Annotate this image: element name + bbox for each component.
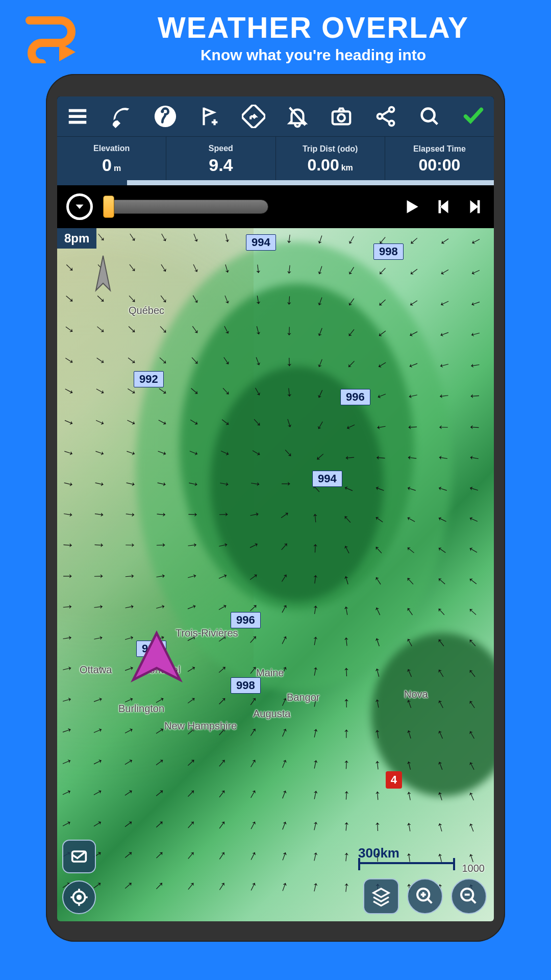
isobar-label: 998 [231,677,261,694]
slider-thumb[interactable] [103,195,114,218]
stat-label: Trip Dist (odo) [303,144,358,154]
camera-icon[interactable] [328,103,355,130]
isobar-label: 998 [373,243,404,260]
wind-arrow-icon: ↑ [467,356,481,370]
stat-speed[interactable]: Speed 9.4 [166,137,276,180]
wind-arrow-icon: ↑ [279,756,294,772]
city-label: Québec [129,305,164,316]
wind-arrow-icon: ↑ [467,387,480,400]
stat-label: Elapsed Time [413,144,466,154]
wind-arrow-icon: ↑ [311,849,325,864]
isobar-label: 994 [312,471,342,487]
stat-unit: m [114,164,121,173]
wind-arrow-icon: ↑ [279,725,294,741]
skip-start-icon[interactable] [434,197,453,216]
scale-label: 300km [358,845,399,861]
gps-location-cursor-icon [129,628,185,687]
share-icon[interactable] [372,103,399,130]
search-icon[interactable] [416,103,443,130]
wind-arrow-icon: ↑ [311,756,325,771]
stat-unit: km [341,163,353,172]
menu-icon[interactable] [64,103,91,130]
svg-point-11 [78,896,81,899]
wind-arrow-icon: ↑ [435,324,450,340]
stat-label: Speed [209,144,233,153]
stat-value: 9.4 [209,155,233,175]
isobar-label: 996 [340,389,370,405]
promo-subtitle: Know what you're heading into [96,46,531,64]
stat-elapsed-time[interactable]: Elapsed Time 00:00 [385,137,494,180]
wind-arrow-icon: ↑ [434,570,452,587]
slider-track [105,200,268,214]
wind-arrow-icon: ↑ [343,727,355,739]
city-label: Nova [404,689,428,700]
layers-button[interactable] [363,878,399,914]
city-label: Trois-Rivières [176,627,238,639]
skip-end-icon[interactable] [465,197,485,216]
svg-point-4 [338,114,345,121]
map-style-button[interactable] [62,840,96,873]
wind-arrow-icon: ↑ [343,696,355,708]
track-icon[interactable] [152,103,179,130]
wind-arrow-icon: ↑ [466,849,482,865]
app-screen: Elevation 0m Speed 9.4 Trip Dist (odo) 0… [57,96,494,921]
wind-arrow-icon: ↑ [279,879,295,895]
wind-arrow-icon: ↑ [466,293,482,309]
alarm-off-icon[interactable] [284,103,311,130]
stat-elevation[interactable]: Elevation 0m [57,137,166,180]
stat-trip-dist[interactable]: Trip Dist (odo) 0.00km [276,137,385,180]
city-label: Augusta [253,708,290,720]
wind-arrow-icon: ↑ [434,601,452,618]
play-icon[interactable] [402,197,421,216]
city-label: Maine [256,667,284,679]
app-logo-icon [20,12,82,63]
wind-arrow-icon: ↑ [434,231,451,248]
wind-arrow-icon: ↑ [435,355,450,370]
wind-arrow-icon: ↑ [434,262,451,279]
wind-arrow-icon: ↑ [467,418,480,431]
ok-check-icon[interactable] [460,103,487,130]
wind-arrow-icon: ↑ [435,818,450,834]
wind-arrow-icon: ↑ [466,479,482,494]
add-waypoint-icon[interactable] [196,103,223,130]
wind-arrow-icon: ↑ [435,293,451,309]
north-arrow-icon[interactable] [92,255,114,308]
wind-arrow-icon: ↑ [466,231,482,248]
wind-arrow-icon: ↑ [465,570,483,587]
map-scalebar: 300km [358,845,455,864]
satellite-icon[interactable] [108,103,135,130]
wind-arrow-icon: ↑ [279,849,295,865]
city-label: Burlington [118,703,164,715]
wind-arrow-icon: ↑ [403,262,420,279]
svg-point-1 [161,110,164,113]
wind-arrow-icon: ↑ [311,818,325,833]
promo-title: WEATHER OVERLAY [96,12,531,43]
stat-value: 0.00 [307,156,339,174]
wind-arrow-icon: ↑ [374,788,387,801]
wind-arrow-icon: ↑ [405,819,419,833]
forecast-time-badge: 8pm [57,228,96,249]
stats-divider-progress [57,180,494,185]
map-canvas[interactable]: ↑↑↑↑↑↑↑↑↑↑↑↑↑↑↑↑↑↑↑↑↑↑↑↑↑↑↑↑↑↑↑↑↑↑↑↑↑↑↑↑… [57,228,494,921]
isobar-label: 992 [134,371,164,387]
directions-icon[interactable] [240,103,267,130]
scale-minor-label: 1000 [462,863,485,874]
wind-arrow-icon: ↑ [465,540,482,556]
time-dropdown-icon[interactable] [66,193,93,220]
wind-arrow-icon: ↑ [403,292,420,309]
zoom-in-button[interactable] [407,878,443,914]
wind-arrow-icon: ↑ [343,757,356,770]
wind-arrow-icon: ↑ [466,509,482,525]
wind-arrow-icon: ↑ [466,818,482,834]
wind-arrow-icon: ↑ [342,788,356,801]
stat-value: 00:00 [418,156,460,174]
wind-arrow-icon: ↑ [342,850,356,863]
wind-arrow-icon: ↑ [403,231,420,248]
wind-arrow-icon: ↑ [311,726,325,740]
stat-label: Elevation [93,144,130,153]
isobar-label: 996 [231,612,261,628]
locate-me-button[interactable] [62,880,96,914]
time-slider[interactable] [105,197,268,216]
zoom-out-button[interactable] [451,878,487,914]
wind-arrow-icon: ↑ [467,448,481,462]
